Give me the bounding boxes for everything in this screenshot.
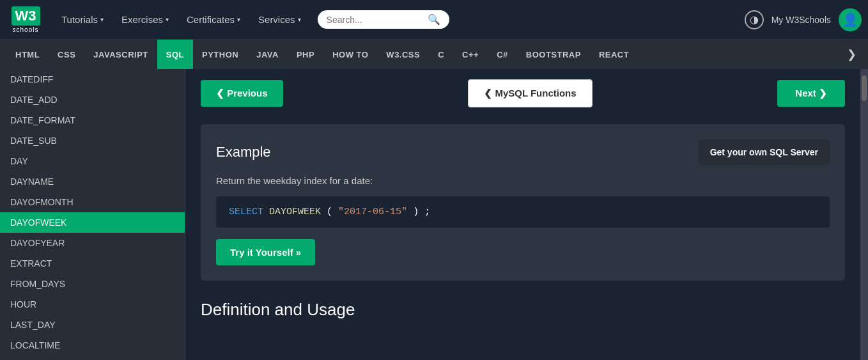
lang-c[interactable]: C — [429, 40, 453, 69]
sidebar-item-from-days[interactable]: FROM_DAYS — [0, 274, 185, 294]
lang-php[interactable]: PHP — [288, 40, 323, 69]
nav-buttons-row: ❮ Previous ❮ MySQL Functions Next ❯ — [185, 69, 860, 118]
lang-cpp[interactable]: C++ — [453, 40, 488, 69]
code-argument: "2017-06-15" — [338, 207, 407, 217]
nav-services[interactable]: Services ▾ — [251, 9, 309, 30]
example-title: Example — [216, 144, 271, 160]
try-it-yourself-button[interactable]: Try it Yourself » — [216, 239, 315, 265]
example-header: Example Get your own SQL Server — [216, 139, 830, 165]
sidebar-item-last-day[interactable]: LAST_DAY — [0, 315, 185, 335]
my-w3schools-link[interactable]: My W3Schools — [771, 15, 831, 25]
code-function-name: DAYOFWEEK — [269, 207, 321, 217]
lang-java[interactable]: JAVA — [247, 40, 288, 69]
nav-right: ◑ My W3Schools 👤 — [745, 8, 862, 31]
chevron-down-icon: ▾ — [166, 16, 169, 23]
sidebar-item-dayofmonth[interactable]: DAYOFMONTH — [0, 192, 185, 212]
sidebar-item-localtime[interactable]: LOCALTIME — [0, 335, 185, 356]
lang-javascript[interactable]: JAVASCRIPT — [84, 40, 157, 69]
theme-toggle-button[interactable]: ◑ — [745, 10, 764, 29]
code-semicolon: ; — [424, 207, 430, 217]
previous-button[interactable]: ❮ Previous — [201, 80, 283, 107]
code-block: SELECT DAYOFWEEK ( "2017-06-15" ) ; — [216, 196, 830, 228]
lang-bootstrap[interactable]: BOOTSTRAP — [517, 40, 590, 69]
code-open-paren: ( — [327, 207, 332, 217]
language-bar: HTML CSS JAVASCRIPT SQL PYTHON JAVA PHP … — [0, 40, 868, 69]
example-description: Return the weekday index for a date: — [216, 175, 830, 186]
logo-schools: schools — [13, 26, 39, 33]
user-avatar[interactable]: 👤 — [839, 8, 862, 31]
sidebar-item-datediff[interactable]: DATEDIFF — [0, 69, 185, 90]
sidebar-item-dayname[interactable]: DAYNAME — [0, 171, 185, 192]
sidebar-item-date-sub[interactable]: DATE_SUB — [0, 130, 185, 151]
code-close-paren: ) — [413, 207, 419, 217]
sidebar-item-date-format[interactable]: DATE_FORMAT — [0, 110, 185, 130]
sidebar-item-dayofweek[interactable]: DAYOFWEEK — [0, 212, 185, 233]
chevron-down-icon: ▾ — [100, 16, 104, 23]
definition-title: Definition and Usage — [201, 300, 845, 320]
next-button[interactable]: Next ❯ — [777, 80, 845, 107]
user-icon: 👤 — [842, 12, 858, 27]
sidebar: DATEDIFF DATE_ADD DATE_FORMAT DATE_SUB D… — [0, 69, 185, 360]
nav-tutorials[interactable]: Tutorials ▾ — [54, 9, 111, 30]
lang-sql[interactable]: SQL — [157, 40, 193, 69]
search-icon: 🔍 — [428, 13, 440, 26]
lang-w3css[interactable]: W3.CSS — [377, 40, 429, 69]
sidebar-item-day[interactable]: DAY — [0, 151, 185, 171]
example-box: Example Get your own SQL Server Return t… — [201, 124, 845, 281]
sidebar-item-dayofyear[interactable]: DAYOFYEAR — [0, 233, 185, 253]
lang-howto[interactable]: HOW TO — [323, 40, 377, 69]
chevron-down-icon: ▾ — [298, 16, 301, 23]
lang-css[interactable]: CSS — [49, 40, 84, 69]
lang-html[interactable]: HTML — [6, 40, 49, 69]
sidebar-item-extract[interactable]: EXTRACT — [0, 253, 185, 274]
sidebar-item-date-add[interactable]: DATE_ADD — [0, 90, 185, 110]
lang-csharp[interactable]: C# — [488, 40, 517, 69]
nav-exercises[interactable]: Exercises ▾ — [114, 9, 176, 30]
code-select-keyword: SELECT — [229, 207, 263, 217]
search-box[interactable]: 🔍 — [318, 10, 449, 29]
scrollbar-track[interactable] — [860, 69, 868, 360]
sidebar-item-localtimestamp[interactable]: LOCALTIMESTAMP — [0, 356, 185, 360]
lang-python[interactable]: PYTHON — [193, 40, 247, 69]
lang-react[interactable]: REACT — [590, 40, 638, 69]
definition-section: Definition and Usage — [185, 287, 860, 333]
scrollbar-thumb[interactable] — [862, 75, 867, 101]
sidebar-item-hour[interactable]: HOUR — [0, 294, 185, 315]
chevron-down-icon: ▾ — [237, 16, 240, 23]
main-layout: DATEDIFF DATE_ADD DATE_FORMAT DATE_SUB D… — [0, 69, 868, 360]
logo[interactable]: W3 schools — [6, 6, 45, 33]
lang-bar-more-arrow[interactable]: ❯ — [842, 47, 862, 61]
sql-server-button[interactable]: Get your own SQL Server — [699, 139, 830, 165]
nav-certificates[interactable]: Certificates ▾ — [179, 9, 248, 30]
logo-w3: W3 — [12, 6, 40, 26]
top-nav: W3 schools Tutorials ▾ Exercises ▾ Certi… — [0, 0, 868, 40]
mysql-functions-button[interactable]: ❮ MySQL Functions — [468, 79, 592, 107]
content-area: ❮ Previous ❮ MySQL Functions Next ❯ Exam… — [185, 69, 860, 360]
search-input[interactable] — [327, 15, 422, 25]
